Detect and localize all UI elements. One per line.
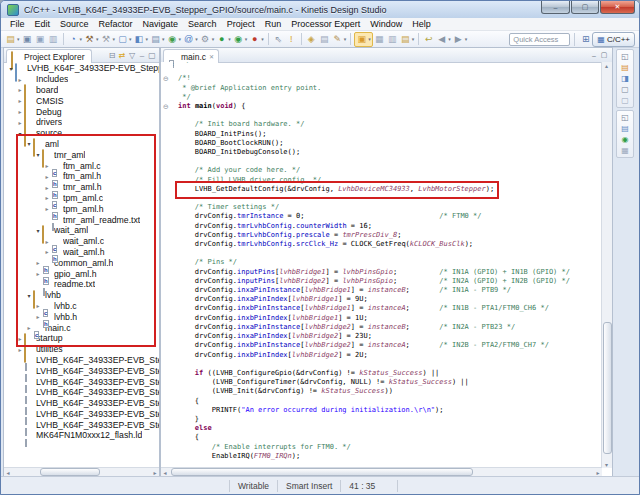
tree-item-board[interactable]: ▸board [4,85,159,96]
tree-item-lvhb-k64f-34933ep-evb-stepper-gpio[interactable]: LVHB_K64F_34933EP-EVB_Stepper_GPIO [4,365,159,376]
project-explorer-tab[interactable]: Project Explorer [6,49,92,63]
tree-item-tmr-aml-h[interactable]: ▸htmr_aml.h [4,182,159,193]
collapse-icon[interactable]: ▾ [34,227,42,234]
tree-item-startup[interactable]: ▸startup [4,333,159,344]
tree-item-lvhb[interactable]: ▾lvhb [4,290,159,301]
save-all-button[interactable]: ▣ [34,33,47,46]
scroll-up-icon[interactable]: ▴ [602,62,611,69]
expand-icon[interactable]: ▸ [43,173,51,180]
tree-item-utilities[interactable]: ▸utilities [4,344,159,355]
tree-item-readme-txt[interactable]: readme.txt [4,279,159,290]
expand-icon[interactable]: ▸ [34,270,42,277]
menu-project[interactable]: Project [222,18,260,30]
close-button[interactable]: ✕ [600,1,635,14]
scroll-right-icon[interactable]: ▸ [594,469,602,476]
expand-icon[interactable]: ▸ [43,184,51,191]
explorer-hscrollbar[interactable]: ◂ ▸ [4,467,159,476]
expand-icon[interactable]: ▸ [43,194,51,201]
title-bar[interactable]: C/C++ - LVHB_K64F_34933EP-EVB_Stepper_GP… [1,1,639,18]
expand-icon[interactable]: ▸ [43,248,51,255]
collapse-icon[interactable]: ▾ [34,151,42,158]
tree-item-wait-aml[interactable]: ▾wait_aml [4,225,159,236]
new-wizard-button[interactable]: ▤▾ [4,33,21,46]
back-button[interactable]: ◀▾ [435,33,452,46]
mark-occurrences-button[interactable]: ! [285,33,298,46]
problems-view-icon[interactable]: ▤ [619,123,631,134]
menu-processor-expert[interactable]: Processor Expert [286,18,365,30]
outline-view-icon[interactable]: ▤ [619,62,631,73]
collapse-all-icon[interactable]: ⊟ [107,51,117,60]
scroll-down-icon[interactable]: ▾ [602,461,611,468]
components-library-button[interactable]: ▦ [373,33,386,46]
build-button[interactable]: ⚒▾ [83,33,100,46]
console-view-icon[interactable]: ◉ [619,134,631,145]
tree-item-lvhb-k64f-34933ep-evb-stepper-gpio[interactable]: LVHB_K64F_34933EP-EVB_Stepper_GPIO [4,355,159,366]
scroll-thumb[interactable] [603,322,612,454]
edit-element-button[interactable]: ✎▾ [331,33,348,46]
view-menu-icon[interactable]: ▽ [127,51,137,60]
tab-close-icon[interactable]: ✕ [209,53,214,60]
tree-item-tpm-aml-c[interactable]: ▸ctpm_aml.c [4,193,159,204]
scroll-left-icon[interactable]: ◂ [161,469,169,476]
link-with-editor-icon[interactable]: ⇄ [117,51,127,60]
fold-collapse-icon[interactable]: ⊖ [163,103,169,110]
tree-item-lvhb-k64f-34933ep-evb-stepper-gpio[interactable]: LVHB_K64F_34933EP-EVB_Stepper_GPIO [4,419,159,430]
tree-item-source[interactable]: ▾source [4,128,159,139]
expand-icon[interactable]: ▸ [16,346,24,353]
tree-item-wait-aml-h[interactable]: ▸hwait_aml.h [4,247,159,258]
tree-item-common-aml-h[interactable]: ▸hcommon_aml.h [4,257,159,268]
debug-gdb-button[interactable]: ◉▾ [166,33,183,46]
component-inspector-button[interactable]: ▥ [386,33,399,46]
open-perspective-button[interactable]: ⊞ [579,34,592,44]
expand-icon[interactable]: ▸ [43,238,51,245]
expand-icon[interactable]: ▸ [25,324,33,331]
tree-item-wait-aml-c[interactable]: ▸cwait_aml.c [4,236,159,247]
expand-icon[interactable]: ▸ [16,119,24,126]
task-list-button[interactable]: ▤ [318,33,331,46]
tree-item-lvhb-c[interactable]: ▸clvhb.c [4,301,159,312]
templates-view-icon[interactable]: ▢ [619,84,631,95]
documents-view-icon[interactable]: ▢ [619,95,631,106]
tree-item-tmr-aml-readme-txt[interactable]: tmr_aml_readme.txt [4,214,159,225]
profile-button[interactable]: ●▾ [248,33,265,46]
processor-expert-button[interactable]: ▣▾ [354,32,373,47]
expand-icon[interactable]: ▸ [34,302,42,309]
menu-navigate[interactable]: Navigate [138,18,184,30]
code-area[interactable]: */ /*! * @brief Application entry point.… [173,62,602,468]
tree-item-aml[interactable]: ▾aml [4,139,159,150]
menu-file[interactable]: File [5,18,30,30]
restore-view-icon[interactable]: ◱ [619,112,631,123]
tree-item-main-c[interactable]: ▸cmain.c [4,322,159,333]
forward-button[interactable]: ▶▾ [452,33,469,46]
print-button[interactable]: ▥ [47,33,60,46]
tree-item-tmr-aml[interactable]: ▾tmr_aml [4,149,159,160]
maximize-view-icon[interactable]: ▢ [147,51,157,60]
debug-button[interactable]: ◉▾ [232,33,249,46]
minimize-view-icon[interactable]: – [137,51,147,60]
expand-icon[interactable]: ▸ [16,97,24,104]
menu-edit[interactable]: Edit [30,18,56,30]
make-target-view-icon[interactable]: ◨ [619,73,631,84]
tree-item-includes[interactable]: ▸Includes [4,74,159,85]
generate-code-button[interactable]: ▤▾ [399,33,416,46]
tree-item-lvhb-h[interactable]: ▸hlvhb.h [4,311,159,322]
expand-icon[interactable]: ▸ [16,108,24,115]
new-cpp-project-button[interactable]: ◧▾ [133,33,150,46]
tree-item-ftm-aml-c[interactable]: ▸cftm_aml.c [4,160,159,171]
expand-icon[interactable]: ▸ [16,76,24,83]
expand-icon[interactable]: ▸ [16,335,24,342]
editor-hscrollbar[interactable]: ◂ ▸ [161,467,602,476]
last-edit-location-button[interactable]: ↩ [422,33,435,46]
collapse-icon[interactable]: ▾ [25,292,33,299]
select-cursor-button[interactable]: ⇖ [272,33,285,46]
maximize-editor-icon[interactable]: ▢ [599,51,609,59]
tree-item-lvhb-k64f-34933ep-evb-stepper-gpio[interactable]: LVHB_K64F_34933EP-EVB_Stepper_GPIO [4,409,159,420]
tree-item-tpm-aml-h[interactable]: ▸htpm_aml.h [4,203,159,214]
tree-item-lvhb-k64f-34933ep-evb-stepper-gpio[interactable]: LVHB_K64F_34933EP-EVB_Stepper_GPIO [4,376,159,387]
maximize-button[interactable]: ▢ [571,1,599,14]
scroll-left-icon[interactable]: ◂ [4,469,12,476]
menu-help[interactable]: Help [407,18,436,30]
expand-icon[interactable]: ▸ [34,259,42,266]
tree-item-debug[interactable]: ▸Debug [4,106,159,117]
tree-item-gpio-aml-h[interactable]: ▸hgpio_aml.h [4,268,159,279]
